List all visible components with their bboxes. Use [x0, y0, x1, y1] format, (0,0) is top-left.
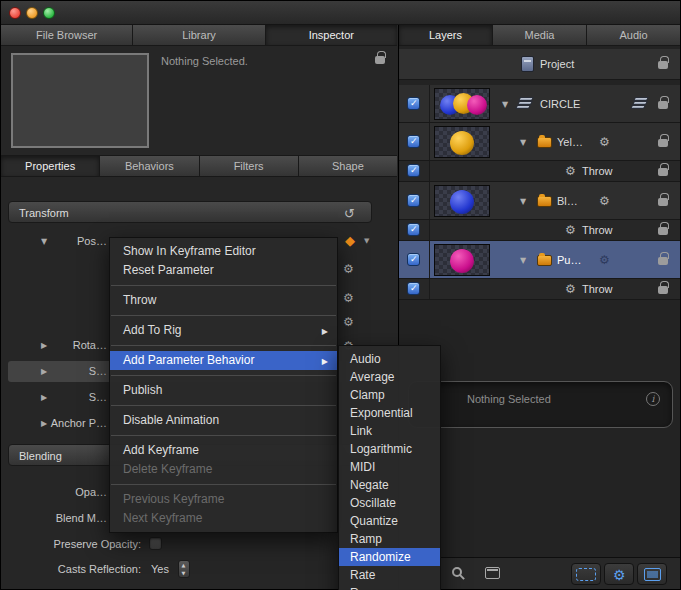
lock-icon[interactable] — [658, 198, 668, 206]
submenu-item-midi[interactable]: MIDI — [339, 458, 440, 476]
submenu-item-quantize[interactable]: Quantize — [339, 512, 440, 530]
submenu-item-rate[interactable]: Rate — [339, 566, 440, 584]
menu-item-delete-keyframe: Delete Keyframe — [110, 460, 337, 479]
keyframe-diamond-icon[interactable]: ◆ — [345, 234, 355, 247]
preserve-opacity-checkbox[interactable] — [149, 537, 162, 550]
menu-item-reset-parameter[interactable]: Reset Parameter — [110, 261, 337, 280]
layer-checkbox[interactable] — [407, 164, 420, 177]
inspector-tabs: Properties Behaviors Filters Shape — [1, 156, 397, 177]
layer-thumbnail[interactable] — [434, 126, 490, 158]
marquee-button[interactable] — [571, 563, 601, 585]
layer-row-throw[interactable]: ⚙ Throw — [399, 279, 680, 300]
behavior-gear-icon[interactable]: ⚙ — [343, 316, 354, 328]
layer-checkbox[interactable] — [407, 97, 420, 110]
layers-stack-icon[interactable] — [631, 97, 648, 111]
lock-icon[interactable] — [658, 168, 668, 176]
tab-behaviors[interactable]: Behaviors — [100, 156, 199, 177]
panel-window-icon[interactable] — [485, 567, 500, 579]
menu-item-show-in-keyframe-editor[interactable]: Show In Keyframe Editor — [110, 242, 337, 261]
menu-item-disable-animation[interactable]: Disable Animation — [110, 411, 337, 430]
behavior-gear-icon: ⚙ — [565, 283, 576, 295]
group-folder-icon — [537, 196, 552, 207]
close-button[interactable] — [9, 7, 21, 19]
lock-icon[interactable] — [658, 139, 668, 147]
param-label: S… — [1, 365, 109, 377]
behavior-gear-icon[interactable]: ⚙ — [599, 254, 610, 266]
submenu-arrow-icon: ▶ — [322, 352, 328, 371]
behavior-gear-icon[interactable]: ⚙ — [599, 195, 610, 207]
menu-item-add-to-rig[interactable]: Add To Rig▶ — [110, 321, 337, 340]
tab-library[interactable]: Library — [133, 25, 265, 46]
minimize-button[interactable] — [26, 7, 38, 19]
layer-thumbnail[interactable] — [434, 88, 490, 120]
motion-window: File Browser Library Inspector Nothing S… — [0, 0, 681, 590]
reset-arrow-icon[interactable]: ↺ — [344, 204, 355, 224]
behavior-gear-icon[interactable]: ⚙ — [343, 292, 354, 304]
tab-inspector[interactable]: Inspector — [266, 25, 397, 46]
tab-audio[interactable]: Audio — [587, 25, 680, 46]
behavior-gear-icon[interactable]: ⚙ — [343, 263, 354, 275]
layer-checkbox[interactable] — [407, 194, 420, 207]
stepper-control[interactable] — [178, 560, 190, 578]
tab-media[interactable]: Media — [493, 25, 587, 46]
transform-section-header[interactable]: Transform ↺ — [8, 201, 372, 223]
right-pane-tabs: Layers Media Audio — [399, 25, 680, 46]
submenu-item-reverse[interactable]: Reverse — [339, 584, 440, 590]
layer-row-project[interactable]: Project — [399, 49, 680, 80]
layer-thumbnail[interactable] — [434, 185, 490, 217]
menu-item-add-keyframe[interactable]: Add Keyframe — [110, 441, 337, 460]
behavior-gear-icon[interactable]: ⚙ — [599, 136, 610, 148]
tab-filters[interactable]: Filters — [200, 156, 299, 177]
casts-reflection-value[interactable]: Yes — [151, 563, 169, 575]
tab-file-browser[interactable]: File Browser — [1, 25, 133, 46]
layer-row-yellow[interactable]: ▼ Yel… ⚙ — [399, 123, 680, 161]
menu-item-throw[interactable]: Throw — [110, 291, 337, 310]
layer-row-circle-group[interactable]: ▼ CIRCLE — [399, 85, 680, 123]
lock-icon[interactable] — [658, 101, 668, 109]
layer-label: Bl… — [557, 195, 578, 207]
disclosure-down-icon[interactable]: ▼ — [502, 100, 508, 109]
submenu-item-exponential[interactable]: Exponential — [339, 404, 440, 422]
submenu-item-oscillate[interactable]: Oscillate — [339, 494, 440, 512]
submenu-item-logarithmic[interactable]: Logarithmic — [339, 440, 440, 458]
tab-shape[interactable]: Shape — [299, 156, 397, 177]
animation-menu-chevron-icon[interactable]: ▼ — [364, 238, 369, 245]
disclosure-down-icon[interactable]: ▼ — [520, 256, 526, 265]
submenu-item-negate[interactable]: Negate — [339, 476, 440, 494]
search-icon[interactable] — [452, 567, 462, 577]
submenu-item-link[interactable]: Link — [339, 422, 440, 440]
layer-checkbox[interactable] — [407, 253, 420, 266]
layer-row-throw[interactable]: ⚙ Throw — [399, 161, 680, 182]
layer-row-throw[interactable]: ⚙ Throw — [399, 220, 680, 241]
tab-properties[interactable]: Properties — [1, 156, 100, 177]
lock-icon[interactable] — [375, 56, 385, 64]
layer-checkbox[interactable] — [407, 282, 420, 295]
lock-icon[interactable] — [658, 257, 668, 265]
layer-checkbox[interactable] — [407, 223, 420, 236]
param-row-casts-reflection[interactable]: Casts Reflection: Yes — [1, 559, 373, 581]
submenu-item-ramp[interactable]: Ramp — [339, 530, 440, 548]
submenu-item-clamp[interactable]: Clamp — [339, 386, 440, 404]
submenu-item-randomize[interactable]: Randomize — [339, 548, 440, 566]
display-button[interactable] — [637, 563, 667, 585]
zoom-button[interactable] — [43, 7, 55, 19]
menu-item-add-parameter-behavior[interactable]: Add Parameter Behavior▶ — [110, 351, 337, 370]
submenu-item-average[interactable]: Average — [339, 368, 440, 386]
lock-icon[interactable] — [658, 227, 668, 235]
disclosure-down-icon[interactable]: ▼ — [520, 138, 526, 147]
layer-thumbnail[interactable] — [434, 244, 490, 276]
menu-item-previous-keyframe: Previous Keyframe — [110, 490, 337, 509]
param-row-preserve-opacity[interactable]: Preserve Opacity: — [1, 534, 373, 556]
lock-icon[interactable] — [658, 286, 668, 294]
layer-row-blue[interactable]: ▼ Bl… ⚙ — [399, 182, 680, 220]
lock-icon[interactable] — [658, 61, 668, 69]
settings-button[interactable]: ⚙ — [604, 563, 634, 585]
project-icon — [521, 56, 534, 72]
submenu-item-audio[interactable]: Audio — [339, 350, 440, 368]
titlebar[interactable] — [1, 1, 680, 25]
tab-layers[interactable]: Layers — [399, 25, 493, 46]
layer-row-purple-selected[interactable]: ▼ Pu… ⚙ — [399, 241, 680, 279]
disclosure-down-icon[interactable]: ▼ — [520, 197, 526, 206]
menu-item-publish[interactable]: Publish — [110, 381, 337, 400]
layer-checkbox[interactable] — [407, 135, 420, 148]
